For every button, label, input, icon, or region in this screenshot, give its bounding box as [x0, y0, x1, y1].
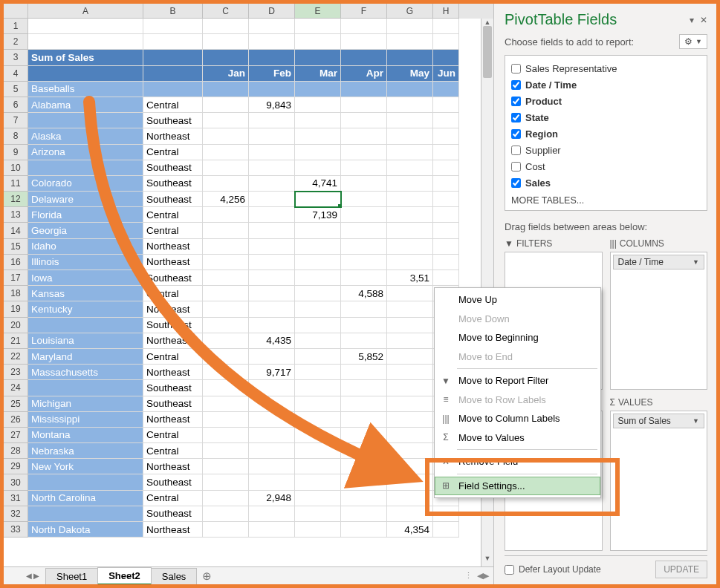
cell[interactable] [295, 113, 341, 128]
cell[interactable] [341, 396, 387, 412]
cell[interactable]: Delaware [28, 192, 143, 207]
cell[interactable] [341, 239, 387, 255]
cell[interactable] [249, 318, 295, 333]
row-header[interactable]: 29 [4, 459, 28, 474]
row-header[interactable]: 24 [4, 380, 28, 396]
cell[interactable] [249, 428, 295, 443]
cell[interactable] [387, 34, 433, 50]
cell[interactable] [341, 192, 387, 207]
cell[interactable] [203, 365, 249, 380]
cell[interactable] [387, 82, 433, 97]
cell[interactable] [295, 97, 341, 113]
cell[interactable]: Jun [433, 66, 459, 82]
cell[interactable]: 4,741 [295, 176, 341, 192]
cell[interactable] [203, 443, 249, 459]
cell[interactable] [341, 255, 387, 270]
cell[interactable] [387, 365, 433, 380]
cell[interactable] [341, 474, 387, 490]
cell[interactable]: Baseballs [28, 82, 143, 97]
cell[interactable] [203, 301, 249, 317]
cell[interactable] [249, 301, 295, 317]
cell[interactable] [143, 34, 203, 50]
cell[interactable] [341, 428, 387, 443]
cell[interactable] [341, 19, 387, 34]
cell[interactable] [387, 145, 433, 160]
cell[interactable] [341, 443, 387, 459]
cell[interactable]: Northeast [143, 522, 203, 538]
cell[interactable] [387, 239, 433, 255]
cell[interactable] [387, 474, 433, 490]
cell[interactable] [295, 270, 341, 286]
cell[interactable] [387, 459, 433, 474]
context-menu-item[interactable]: |||Move to Column Labels [435, 409, 600, 428]
row-header[interactable]: 15 [4, 239, 28, 255]
cell[interactable]: Nebraska [28, 443, 143, 459]
cell[interactable]: Central [143, 286, 203, 301]
cell[interactable] [387, 286, 433, 301]
cell[interactable]: Iowa [28, 270, 143, 286]
cell[interactable] [203, 160, 249, 176]
cell[interactable] [341, 97, 387, 113]
cell[interactable]: Alabama [28, 97, 143, 113]
field-checkbox[interactable] [511, 113, 521, 122]
cell[interactable] [387, 192, 433, 207]
cell[interactable] [387, 491, 433, 506]
row-header[interactable]: 25 [4, 396, 28, 412]
tab-sheet2[interactable]: Sheet2 [97, 567, 152, 585]
cell[interactable] [203, 506, 249, 522]
cell[interactable]: Central [143, 97, 203, 113]
cell[interactable] [387, 19, 433, 34]
cell[interactable] [295, 459, 341, 474]
cell[interactable]: Northeast [143, 239, 203, 255]
area-columns-list[interactable]: Date / Time▼ [610, 252, 708, 390]
cell[interactable]: Michigan [28, 396, 143, 412]
context-menu-item[interactable]: ▼Move to Report Filter [435, 371, 600, 391]
cell[interactable]: May [387, 66, 433, 82]
row-header[interactable]: 16 [4, 255, 28, 270]
cell[interactable]: 7,139 [295, 207, 341, 223]
row-header[interactable]: 33 [4, 522, 28, 538]
cell[interactable] [433, 50, 459, 65]
cell[interactable] [433, 34, 459, 50]
cell[interactable]: Northeast [143, 255, 203, 270]
cell[interactable] [341, 522, 387, 538]
cell[interactable] [203, 207, 249, 223]
cell[interactable] [387, 428, 433, 443]
field-checkbox[interactable] [511, 64, 521, 74]
cell[interactable] [433, 176, 459, 192]
cell[interactable] [143, 66, 203, 82]
cell[interactable]: Northeast [143, 301, 203, 317]
cell[interactable]: Florida [28, 207, 143, 223]
row-header[interactable]: 17 [4, 270, 28, 286]
cell[interactable]: Central [143, 207, 203, 223]
cell[interactable] [295, 333, 341, 349]
cell[interactable] [295, 145, 341, 160]
cell[interactable]: Apr [341, 66, 387, 82]
cell[interactable] [203, 333, 249, 349]
cell[interactable] [295, 239, 341, 255]
row-header[interactable]: 11 [4, 176, 28, 192]
cell[interactable] [387, 160, 433, 176]
row-header[interactable]: 14 [4, 223, 28, 238]
cell[interactable] [203, 50, 249, 65]
cell[interactable] [433, 128, 459, 144]
cell[interactable] [433, 97, 459, 113]
cell[interactable] [203, 396, 249, 412]
cell[interactable]: Southeast [143, 113, 203, 128]
row-header[interactable]: 27 [4, 428, 28, 443]
cell[interactable] [295, 365, 341, 380]
cell[interactable] [203, 380, 249, 396]
cell[interactable] [433, 145, 459, 160]
cell[interactable] [249, 128, 295, 144]
cell[interactable] [295, 82, 341, 97]
row-header[interactable]: 18 [4, 286, 28, 301]
cell[interactable]: Georgia [28, 223, 143, 238]
cell[interactable] [295, 286, 341, 301]
cell[interactable]: Mississippi [28, 412, 143, 428]
row-header[interactable]: 32 [4, 506, 28, 522]
cell[interactable] [433, 192, 459, 207]
cell[interactable] [295, 255, 341, 270]
cell[interactable]: Central [143, 443, 203, 459]
cell[interactable] [203, 82, 249, 97]
cell[interactable] [387, 443, 433, 459]
